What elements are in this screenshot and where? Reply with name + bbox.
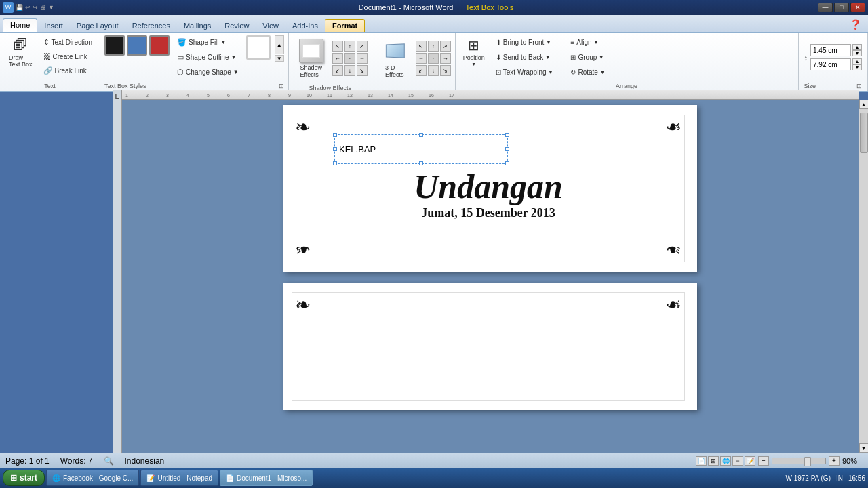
taskbar-item-notepad[interactable]: 📝 Untitled - Notepad	[140, 470, 218, 486]
shadow-effects-button[interactable]: ShadowEffects	[293, 35, 330, 81]
change-shape-button[interactable]: ⬡ Change Shape ▼	[174, 65, 242, 79]
position-button[interactable]: ⊞ Position ▼	[460, 35, 488, 68]
3d-ctrl-3[interactable]: ↗	[440, 41, 451, 52]
handle-bl[interactable]	[333, 161, 337, 165]
shape-outline-button[interactable]: ▭ Shape Outline ▼	[174, 50, 242, 64]
taskbar-item-word[interactable]: 📄 Document1 - Microso...	[220, 470, 313, 486]
zoom-in-btn[interactable]: +	[829, 456, 840, 466]
taskbar-item-facebook[interactable]: 🌐 Facebook - Google C...	[46, 470, 139, 486]
ribbon-group-textbox-styles: 🪣 Shape Fill ▼ ▭ Shape Outline ▼ ⬡ Chang…	[100, 33, 289, 91]
handle-tc[interactable]	[419, 133, 423, 137]
rotate-button[interactable]: ↻ Rotate ▼	[567, 65, 608, 79]
shape-fill-button[interactable]: 🪣 Shape Fill ▼	[174, 35, 242, 49]
color-swatch-blue[interactable]	[127, 35, 147, 56]
shadow-ctrl-2[interactable]: ↑	[344, 41, 355, 52]
align-button[interactable]: ≡ Align ▼	[567, 35, 608, 49]
ribbon-content: 🗊 DrawText Box ⇕ Text Direction ⛓ Create…	[0, 33, 868, 92]
size-expand[interactable]: ⊡	[856, 83, 862, 89]
height-down[interactable]: ▼	[852, 50, 862, 56]
scroll-thumb[interactable]	[860, 113, 868, 153]
height-input[interactable]	[810, 44, 851, 56]
height-up[interactable]: ▲	[852, 44, 862, 50]
3d-ctrl-2[interactable]: ↑	[428, 41, 439, 52]
3d-ctrl-6[interactable]: →	[440, 53, 451, 64]
handle-ml[interactable]	[333, 147, 337, 151]
handle-tl[interactable]	[333, 133, 337, 137]
quick-access-save[interactable]: 💾	[16, 4, 23, 11]
shadow-ctrl-9[interactable]: ↘	[357, 65, 368, 76]
zoom-slider[interactable]	[772, 458, 826, 464]
shadow-ctrl-7[interactable]: ↙	[332, 65, 343, 76]
width-down[interactable]: ▼	[852, 64, 862, 70]
view-outline-btn[interactable]: ≡	[732, 456, 743, 466]
zoom-slider-thumb[interactable]	[804, 457, 811, 466]
quick-access-redo[interactable]: ↪	[33, 4, 38, 11]
send-to-back-button[interactable]: ⬇ Send to Back ▼	[492, 50, 557, 64]
shadow-ctrl-4[interactable]: ←	[332, 53, 343, 64]
text-wrapping-button[interactable]: ⊡ Text Wrapping ▼	[492, 65, 557, 79]
start-button[interactable]: ⊞ start	[3, 470, 45, 486]
size-arrows-icon: ↕	[804, 54, 808, 62]
help-button[interactable]: ❓	[846, 17, 865, 32]
view-web-btn[interactable]: 🌐	[720, 456, 731, 466]
group-button[interactable]: ⊞ Group ▼	[567, 50, 608, 64]
width-up[interactable]: ▲	[852, 58, 862, 64]
ruler-vertical	[113, 104, 122, 443]
tab-add-ins[interactable]: Add-Ins	[285, 20, 325, 32]
shadow-ctrl-3[interactable]: ↗	[357, 41, 368, 52]
text-direction-button[interactable]: ⇕ Text Direction	[40, 35, 96, 49]
shadow-ctrl-6[interactable]: →	[357, 53, 368, 64]
3d-ctrl-9[interactable]: ↘	[440, 65, 451, 76]
scroll-down-button[interactable]: ▼	[859, 443, 869, 453]
scrollbar-vertical[interactable]: ▲ ▼ ⊼ ⊽	[859, 100, 868, 473]
handle-br[interactable]	[505, 161, 509, 165]
width-input[interactable]	[810, 58, 851, 70]
document-area[interactable]: ❧ ❧ ❧ ❧ KEL.BAP Undan	[122, 100, 859, 473]
3d-ctrl-8[interactable]: ↓	[428, 65, 439, 76]
draw-textbox-button[interactable]: 🗊 DrawText Box	[4, 35, 37, 70]
close-button[interactable]: ✕	[850, 3, 865, 12]
tab-references[interactable]: References	[125, 20, 177, 32]
color-swatch-red[interactable]	[149, 35, 170, 56]
create-link-button[interactable]: ⛓ Create Link	[40, 49, 96, 63]
tab-format[interactable]: Format	[325, 19, 365, 32]
3d-ctrl-5[interactable]: ·	[428, 53, 439, 64]
spell-check-icon[interactable]: 🔍	[104, 456, 114, 466]
view-draft-btn[interactable]: 📝	[745, 456, 755, 466]
break-link-button[interactable]: 🔗 Break Link	[40, 64, 96, 77]
view-print-btn[interactable]: 📄	[696, 456, 707, 466]
quick-access-print[interactable]: 🖨	[40, 4, 46, 11]
handle-mr[interactable]	[505, 147, 509, 151]
color-swatch-black[interactable]	[104, 35, 125, 56]
tab-page-layout[interactable]: Page Layout	[70, 20, 125, 32]
styles-more[interactable]: ▼	[275, 55, 284, 62]
scroll-up-button[interactable]: ▲	[859, 100, 869, 109]
position-label: Position	[463, 54, 485, 61]
shadow-ctrl-8[interactable]: ↓	[344, 65, 355, 76]
view-full-btn[interactable]: ⊞	[708, 456, 719, 466]
tab-review[interactable]: Review	[218, 20, 256, 32]
3d-ctrl-7[interactable]: ↙	[416, 65, 427, 76]
shadow-ctrl-5[interactable]: ·	[344, 53, 355, 64]
tab-view[interactable]: View	[256, 20, 285, 32]
3d-ctrl-1[interactable]: ↖	[416, 41, 427, 52]
shape-preview[interactable]	[246, 35, 271, 60]
handle-bc[interactable]	[419, 161, 423, 165]
tab-home[interactable]: Home	[3, 18, 37, 32]
text-direction-icon: ⇕	[43, 38, 50, 47]
3d-effects-button[interactable]: 3-DEffects	[376, 35, 413, 81]
textbox-styles-expand[interactable]: ⊡	[279, 83, 284, 89]
bring-to-front-button[interactable]: ⬆ Bring to Front ▼	[492, 35, 557, 49]
tab-insert[interactable]: Insert	[37, 20, 70, 32]
quick-access-undo[interactable]: ↩	[25, 4, 31, 11]
minimize-button[interactable]: —	[818, 3, 833, 12]
handle-tr[interactable]	[505, 133, 509, 137]
shadow-ctrl-1[interactable]: ↖	[332, 41, 343, 52]
3d-ctrl-4[interactable]: ←	[416, 53, 427, 64]
maximize-button[interactable]: □	[834, 3, 849, 12]
zoom-out-btn[interactable]: −	[758, 456, 769, 466]
textbox-selected[interactable]: KEL.BAP	[334, 134, 508, 164]
tab-mailings[interactable]: Mailings	[177, 20, 218, 32]
quick-access-extra[interactable]: ▼	[48, 4, 54, 11]
styles-scroll-up[interactable]: ▲	[275, 35, 284, 54]
